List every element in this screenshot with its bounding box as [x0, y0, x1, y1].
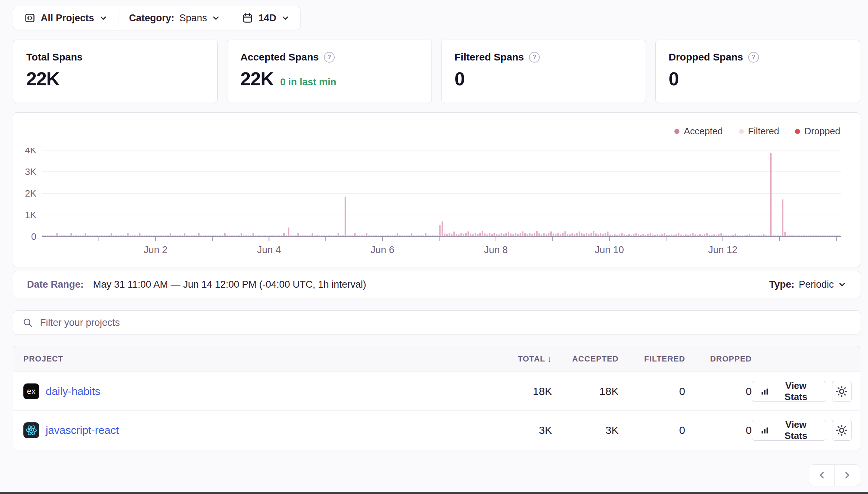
svg-text:Jun 6: Jun 6: [371, 244, 394, 255]
calendar-icon: [242, 12, 253, 24]
search-icon: [22, 317, 33, 328]
svg-text:0: 0: [31, 231, 36, 242]
chart-legend: Accepted Filtered Dropped: [674, 126, 840, 137]
window-bottom-edge: [0, 492, 868, 494]
column-header-total[interactable]: TOTAL ↓: [485, 354, 552, 364]
dropped-cell: 0: [685, 385, 752, 398]
svg-text:Jun 12: Jun 12: [708, 244, 737, 255]
stat-value: 22K: [26, 68, 59, 90]
column-header-filtered: FILTERED: [619, 354, 685, 364]
column-header-dropped: DROPPED: [685, 354, 752, 364]
spans-stats-page: All Projects Category: Spans 14D Total S…: [0, 0, 868, 494]
project-filter-dropdown[interactable]: All Projects: [13, 6, 118, 30]
projects-icon: [24, 12, 36, 24]
chevron-left-icon: [817, 471, 827, 480]
stat-title: Total Spans: [26, 51, 83, 63]
svg-text:Jun 8: Jun 8: [484, 244, 508, 255]
express-platform-icon: ex: [23, 383, 39, 399]
help-icon[interactable]: ?: [529, 52, 540, 63]
svg-text:Jun 4: Jun 4: [257, 244, 281, 255]
table-header-row: PROJECT TOTAL ↓ ACCEPTED FILTERED DROPPE…: [13, 346, 860, 372]
dropped-dot-icon: [795, 129, 800, 134]
total-cell: 3K: [485, 424, 552, 436]
table-row: javascript-react 3K 3K 0 0 View Stats: [13, 411, 860, 450]
filtered-cell: 0: [619, 385, 685, 398]
stat-value: 0: [669, 68, 679, 90]
svg-text:1K: 1K: [25, 210, 36, 220]
date-period-dropdown[interactable]: 14D: [231, 6, 300, 30]
chevron-down-icon: [838, 280, 846, 288]
category-label: Category:: [129, 13, 175, 24]
dropped-cell: 0: [685, 424, 752, 436]
view-stats-label: View Stats: [774, 380, 818, 403]
stat-card-accepted-spans: Accepted Spans ? 22K 0 in last min: [227, 40, 432, 103]
legend-item-dropped[interactable]: Dropped: [795, 126, 840, 137]
project-filter-search: [13, 310, 860, 335]
project-settings-button[interactable]: [832, 420, 852, 441]
column-header-project: PROJECT: [13, 354, 485, 364]
legend-label: Filtered: [748, 126, 779, 137]
help-icon[interactable]: ?: [324, 52, 335, 63]
stat-title: Accepted Spans: [240, 51, 319, 63]
table-row: ex daily-habits 18K 18K 0 0 View Stats: [13, 372, 860, 411]
next-page-button[interactable]: [835, 465, 860, 486]
chevron-right-icon: [842, 471, 852, 480]
project-link[interactable]: daily-habits: [46, 385, 100, 398]
view-stats-label: View Stats: [774, 419, 818, 441]
spans-bar-chart[interactable]: 01K2K3K4KJun 2Jun 4Jun 6Jun 8Jun 10Jun 1…: [13, 148, 860, 263]
chevron-down-icon: [281, 14, 289, 22]
filters-toolbar: All Projects Category: Spans 14D: [13, 6, 300, 30]
type-label: Type:: [769, 279, 794, 290]
view-stats-button[interactable]: View Stats: [752, 420, 826, 441]
type-value: Periodic: [799, 279, 834, 290]
projects-table: PROJECT TOTAL ↓ ACCEPTED FILTERED DROPPE…: [13, 346, 860, 450]
stat-card-filtered-spans: Filtered Spans ? 0: [441, 40, 646, 103]
svg-text:Jun 2: Jun 2: [144, 244, 167, 255]
view-stats-button[interactable]: View Stats: [752, 381, 826, 402]
column-header-accepted: ACCEPTED: [552, 354, 619, 364]
help-icon[interactable]: ?: [748, 52, 759, 63]
chevron-down-icon: [212, 14, 220, 22]
stat-card-total-spans: Total Spans 22K: [13, 40, 218, 103]
column-header-total-label: TOTAL: [518, 354, 545, 364]
legend-item-filtered[interactable]: Filtered: [739, 126, 779, 137]
bar-chart-icon: [760, 386, 769, 396]
legend-label: Accepted: [684, 126, 723, 137]
sort-desc-icon: ↓: [547, 354, 552, 364]
type-dropdown[interactable]: Type: Periodic: [769, 279, 846, 290]
svg-text:4K: 4K: [25, 148, 36, 156]
previous-page-button[interactable]: [809, 465, 835, 486]
pagination: [13, 464, 860, 486]
category-dropdown[interactable]: Category: Spans: [118, 6, 231, 30]
legend-item-accepted[interactable]: Accepted: [674, 126, 723, 137]
project-settings-button[interactable]: [832, 381, 852, 402]
stat-value: 22K: [240, 68, 273, 90]
stat-card-dropped-spans: Dropped Spans ? 0: [655, 40, 860, 103]
date-range-bar: Date Range: May 31 11:00 AM — Jun 14 12:…: [13, 271, 860, 298]
gear-icon: [836, 386, 847, 397]
stat-last-min: 0 in last min: [280, 77, 336, 88]
project-link[interactable]: javascript-react: [46, 424, 119, 436]
date-period-value: 14D: [258, 13, 276, 24]
svg-text:Jun 10: Jun 10: [595, 244, 624, 255]
date-range-label: Date Range:: [27, 279, 84, 290]
svg-text:2K: 2K: [25, 188, 36, 199]
total-cell: 18K: [485, 385, 552, 398]
bar-chart-icon: [760, 425, 769, 435]
accepted-dot-icon: [674, 129, 679, 134]
stat-title: Dropped Spans: [669, 51, 743, 63]
accepted-cell: 18K: [552, 385, 619, 398]
svg-text:3K: 3K: [25, 166, 36, 177]
spans-chart-card: Accepted Filtered Dropped 01K2K3K4KJun 2…: [13, 112, 860, 267]
filtered-dot-icon: [739, 129, 744, 134]
stat-cards-row: Total Spans 22K Accepted Spans ? 22K 0 i…: [13, 40, 860, 103]
stat-value: 0: [455, 68, 465, 90]
search-input[interactable]: [40, 317, 851, 328]
category-value: Spans: [180, 13, 207, 24]
accepted-cell: 3K: [552, 424, 619, 436]
react-platform-icon: [23, 422, 39, 438]
project-filter-label: All Projects: [41, 13, 94, 24]
gear-icon: [836, 425, 847, 436]
stat-title: Filtered Spans: [455, 51, 524, 63]
filtered-cell: 0: [619, 424, 685, 436]
